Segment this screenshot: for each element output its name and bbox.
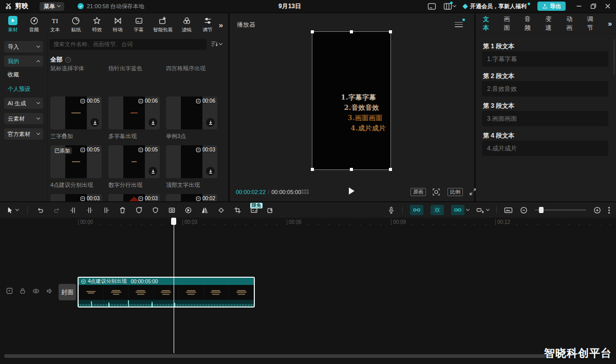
playhead[interactable] [174, 218, 174, 353]
toolbar-more-button[interactable] [608, 206, 610, 215]
menu-button[interactable]: 菜单 [40, 2, 64, 11]
zoom-in-button[interactable] [593, 206, 601, 214]
sidebar-personal-presets[interactable]: 个人预设 [8, 85, 30, 93]
zoom-out-button[interactable] [520, 206, 528, 214]
info-icon[interactable]: ? [65, 57, 71, 63]
template-card[interactable]: 00:02 [166, 194, 217, 201]
template-card[interactable]: 00:03 [108, 194, 160, 201]
template-card[interactable]: 00:06 [166, 97, 217, 129]
filter-all-label[interactable]: 全部 [50, 55, 63, 64]
selection-handle[interactable] [389, 168, 392, 171]
delete-button[interactable] [119, 206, 126, 214]
sort-button[interactable] [211, 40, 222, 48]
panel-scrollbar[interactable] [613, 39, 615, 75]
template-card[interactable]: 00:03 [50, 194, 102, 201]
focus-zoom-icon[interactable] [432, 188, 440, 196]
text-input-3[interactable]: 3.画面画面 [482, 111, 608, 126]
sidebar-ai-generate[interactable]: AI 生成 [4, 98, 43, 109]
track-thumbnail-icon[interactable] [6, 288, 13, 294]
split-right-button[interactable] [102, 206, 110, 214]
tab-adjust[interactable]: 调节 [198, 16, 218, 33]
text-input-2[interactable]: 2.音效音效 [482, 81, 608, 97]
tab-audio-props[interactable]: 音频 [525, 15, 536, 32]
download-button[interactable] [148, 167, 157, 176]
search-input[interactable]: 搜索文件名称、画面情节、台词 [49, 39, 207, 50]
restore-button[interactable] [590, 3, 596, 9]
tab-picture-props[interactable]: 画面 [504, 15, 515, 32]
tab-material[interactable]: 素材 [3, 16, 23, 33]
minimize-button[interactable] [576, 3, 582, 9]
original-quality-button[interactable]: 原画 [410, 188, 426, 196]
tab-speed-props[interactable]: 变速 [546, 15, 557, 32]
template-card[interactable]: 00:05 [50, 97, 102, 129]
smart-mask-button[interactable] [135, 206, 143, 214]
selection-handle[interactable] [311, 30, 314, 33]
sidebar-official-assets[interactable]: 官方素材 [4, 128, 43, 140]
redo-button[interactable] [53, 206, 61, 214]
play-button[interactable] [349, 187, 354, 195]
mute-speaker-icon[interactable] [46, 288, 53, 294]
selection-handle[interactable] [350, 168, 353, 171]
timeline-clip[interactable]: 4点建议分别出现 00:00:05:00 [78, 277, 255, 308]
cover-button[interactable]: 封面 [59, 284, 76, 300]
download-button[interactable] [90, 118, 99, 127]
crop-button[interactable] [234, 206, 241, 214]
linkage-toggle[interactable] [431, 205, 444, 215]
preview-axis-toggle[interactable] [451, 205, 469, 215]
tabs-more-button[interactable]: » [219, 21, 225, 29]
extract-frames-button[interactable] [267, 206, 274, 214]
props-more-button[interactable]: » [608, 20, 616, 28]
selection-handle[interactable] [311, 168, 314, 171]
rotate-button[interactable] [217, 206, 225, 214]
pip-button[interactable] [168, 206, 176, 214]
tab-captions[interactable]: 字幕 [129, 16, 149, 33]
lock-icon[interactable] [20, 288, 26, 294]
tab-smart-pack[interactable]: 智能包装 [150, 16, 176, 33]
download-button[interactable] [206, 118, 215, 127]
frames-grid-icon[interactable] [302, 189, 310, 195]
preview-play-button[interactable] [184, 206, 192, 214]
preview-canvas[interactable]: 1.字幕字幕 2.音效音效 3.画面画面 4.成片成片 [312, 32, 390, 169]
slider-knob[interactable] [539, 207, 544, 213]
track-height-button[interactable] [476, 206, 489, 214]
download-button[interactable] [148, 118, 157, 127]
player-menu-button[interactable] [455, 21, 463, 28]
sidebar-mine[interactable]: 我的 [4, 55, 43, 67]
selection-handle[interactable] [350, 30, 353, 33]
split-left-button[interactable] [69, 206, 77, 214]
mirror-button[interactable] [201, 206, 209, 214]
sidebar-cloud-assets[interactable]: 云素材 [4, 113, 43, 124]
template-card[interactable]: 已添加 00:05 [50, 145, 102, 178]
eye-icon[interactable] [32, 288, 40, 294]
tab-audio[interactable]: 音频 [24, 16, 44, 33]
layout-panel-icon[interactable] [427, 3, 436, 10]
tab-animation-props[interactable]: 动画 [566, 15, 577, 32]
template-card[interactable]: 00:03 [166, 145, 217, 178]
text-input-4[interactable]: 4.成片成片 [482, 141, 608, 156]
timeline-zoom-slider[interactable] [535, 209, 586, 210]
tab-filters[interactable]: 滤镜 [177, 16, 197, 33]
mask-button[interactable] [152, 206, 159, 214]
text-input-1[interactable]: 1.字幕字幕 [482, 51, 608, 67]
horizontal-scrollbar[interactable] [4, 354, 547, 358]
tab-text[interactable]: TI 文本 [45, 16, 65, 33]
vip-banner[interactable]: 开通会员，享新人福利 [463, 3, 530, 10]
tab-transition[interactable]: 转场 [108, 16, 128, 33]
close-button[interactable] [605, 3, 611, 9]
layout-switch-icon[interactable] [443, 3, 456, 10]
split-button[interactable] [86, 206, 94, 214]
thumbnail-view-button[interactable] [504, 206, 513, 214]
tab-sticker[interactable]: 贴纸 [66, 16, 86, 33]
export-button[interactable]: 导出 [537, 2, 566, 11]
tab-adjust-props[interactable]: 调节 [587, 15, 599, 32]
download-button[interactable] [206, 167, 215, 176]
record-voiceover-button[interactable] [387, 206, 395, 214]
ratio-button[interactable]: 比例 [447, 188, 463, 196]
select-tool-button[interactable] [6, 206, 18, 214]
playhead-handle[interactable] [171, 218, 176, 225]
auto-snap-toggle[interactable] [410, 205, 423, 215]
sidebar-import[interactable]: 导入 [4, 41, 43, 52]
template-card[interactable]: 00:06 [108, 97, 160, 129]
undo-button[interactable] [36, 206, 44, 214]
tab-text-props[interactable]: 文本 [483, 15, 494, 32]
